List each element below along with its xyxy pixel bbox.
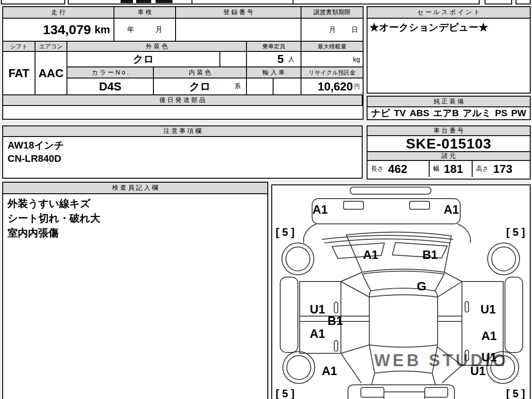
right-front-door-handle [465, 301, 469, 312]
color-no-value: D4S [67, 78, 154, 95]
front-fender-left [304, 224, 317, 243]
headlight-right [410, 201, 430, 209]
damage-front-left: A1 [313, 203, 328, 216]
left-quarter-crease [341, 353, 361, 383]
transfer-day-label: 日 [352, 26, 358, 34]
registration-value-empty [176, 19, 301, 42]
rear-left-rim [287, 356, 311, 379]
left-front-door-handle [334, 302, 338, 313]
tail-light-left [361, 387, 384, 397]
damage-hood-right: B1 [422, 248, 438, 262]
left-apillar-fold [341, 272, 362, 282]
tire-grade-front-right: [ 5 ] [506, 226, 525, 238]
damage-front-right: A1 [444, 203, 459, 216]
dimension-height: 高さ 173 [473, 161, 530, 177]
notes-lines: AW18インチ CN-LR840D [3, 137, 362, 167]
header-import-car: 輸 入 車 [247, 67, 301, 78]
header-later-parts: 後 日 発 送 部 品 [3, 95, 363, 106]
damage-left-quarter: A1 [322, 364, 337, 378]
left-sill [280, 277, 298, 352]
front-edge-strip [350, 187, 431, 194]
length-value: 462 [388, 162, 407, 176]
width-label: 幅 [433, 165, 439, 173]
import-car-cell-empty [247, 78, 274, 95]
vehicle-spec-table: 走 行 車 検 登 録 番 号 譲渡書類期限 134,079 km 年 月 月 … [2, 6, 364, 120]
cabin-left-edge [369, 291, 371, 345]
header-shaken: 車 検 [114, 7, 176, 19]
max-load-value: kg [301, 52, 363, 67]
mileage-number: 134,079 [43, 22, 91, 37]
capacity-number: 5 [278, 52, 284, 66]
left-door-bottom-fold [341, 345, 369, 353]
capacity-unit: 人 [288, 55, 294, 63]
cell-divider [192, 0, 192, 4]
header-recycle-deposit: リサイクル預託金 [301, 67, 363, 78]
interior-color-text: クロ [189, 79, 211, 94]
inspector-line: シート切れ・破れ大 [8, 211, 263, 226]
equipment-item: PW [511, 108, 526, 118]
equipment-item: ABS [410, 108, 429, 118]
header-mileage: 走 行 [3, 7, 114, 19]
tire-grade-front-left: [ 5 ] [276, 226, 295, 238]
equipment-list: ナビ TV ABS エアB アルミ PS PW [368, 107, 530, 118]
damage-right-quarter: U1 [470, 364, 486, 378]
chassis-number: SKE-015103 [368, 136, 530, 152]
damage-diagram-box: WEB STUDIO A1 A1 A1 B1 G U1 B1 A1 A1 U1 … [271, 184, 531, 399]
trunk-arc [375, 371, 432, 373]
damage-left-pillar: B1 [328, 314, 343, 328]
cut-off-cell [1, 0, 65, 4]
exterior-color-value: クロ [67, 52, 220, 67]
later-parts-value-empty [3, 106, 363, 119]
auction-sheet: 走 行 車 検 登 録 番 号 譲渡書類期限 134,079 km 年 月 月 … [0, 0, 532, 399]
header-shift: シフト [3, 42, 35, 52]
tail-light-right [425, 387, 448, 397]
dimensions-header: 諸 元 [368, 152, 530, 161]
cut-off-text-fragment [136, 0, 151, 3]
front-left-rim [286, 247, 310, 271]
damage-hood: A1 [363, 248, 379, 262]
header-color-no: カ ラ ー N o . [67, 67, 154, 78]
width-value: 181 [444, 162, 463, 176]
inspector-header: 検 査 員 記 入 欄 [3, 183, 267, 194]
height-value: 173 [493, 162, 512, 176]
damage-windshield: G [417, 279, 426, 293]
trunk-sides [372, 373, 435, 385]
equipment-box: 純 正 装 備 ナビ TV ABS エアB アルミ PS PW [367, 96, 531, 120]
right-door-top-fold [438, 282, 462, 297]
inspector-box: 検 査 員 記 入 欄 外装うすい線キズ シート切れ・破れ大 室内内張傷 [2, 182, 268, 399]
aircon-value: AAC [35, 52, 67, 95]
equipment-item: アルミ [463, 107, 491, 119]
mileage-value: 134,079 km [3, 19, 114, 42]
left-rear-door-handle [334, 340, 338, 351]
transfer-deadline-value: 月 日 [301, 19, 363, 42]
chassis-box: 車 台 番 号 SKE-015103 諸 元 長さ 462 幅 181 高さ 1… [367, 125, 531, 180]
dimensions-row: 長さ 462 幅 181 高さ 173 [368, 161, 530, 177]
recycle-deposit-unit: 円 [354, 82, 360, 90]
front-fender-right [458, 224, 470, 243]
shaken-value: 年 月 [114, 19, 176, 42]
chassis-header: 車 台 番 号 [368, 126, 530, 136]
front-bumper [312, 199, 460, 224]
tire-grade-rear-left: [ 5 ] [276, 387, 295, 399]
header-capacity: 乗車定員 [247, 42, 301, 52]
left-door-top-fold [341, 282, 369, 297]
equipment-header: 純 正 装 備 [368, 97, 530, 107]
note-line: AW18インチ [8, 139, 357, 152]
dimension-length: 長さ 462 [368, 161, 430, 177]
notes-header: 注 意 事 項 欄 [3, 126, 362, 137]
notes-box: 注 意 事 項 欄 AW18インチ CN-LR840D [2, 125, 363, 179]
headlight-left [344, 201, 364, 209]
max-load-unit: kg [353, 55, 360, 63]
interior-color-suffix: 系 [235, 82, 241, 90]
front-left-tire [282, 243, 314, 275]
recycle-deposit-number: 10,620 [317, 80, 353, 94]
wiper-right [392, 243, 447, 258]
transfer-month-label: 月 [329, 26, 336, 34]
dimension-width: 幅 181 [430, 161, 473, 177]
length-label: 長さ [371, 165, 383, 173]
roof-front-arc [369, 295, 438, 297]
height-label: 高さ [476, 165, 489, 173]
exterior-sub-cell-empty [220, 52, 247, 67]
cut-off-cell [485, 0, 512, 4]
import-car-cell-empty [274, 78, 301, 95]
